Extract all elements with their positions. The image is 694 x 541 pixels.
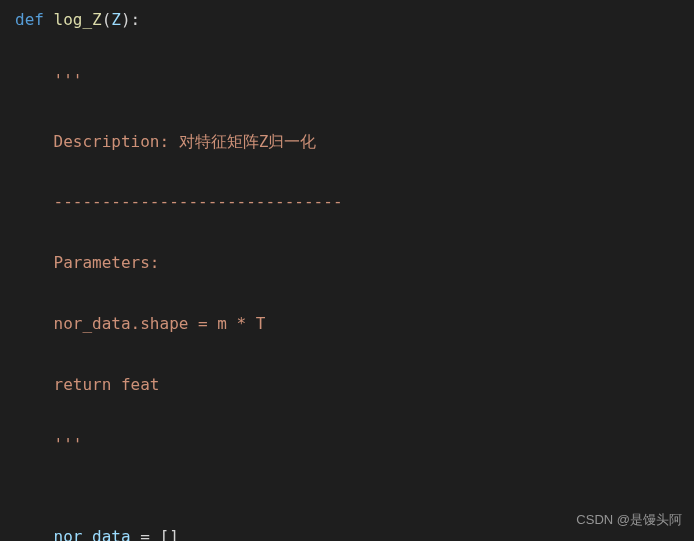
code-block: def log_Z(Z): ''' Description: 对特征矩阵Z归一化… bbox=[15, 5, 694, 541]
docstring-params: Parameters: bbox=[15, 248, 694, 278]
param-z: Z bbox=[111, 10, 121, 29]
assign: = [] bbox=[131, 527, 179, 541]
docstring-close: ''' bbox=[15, 430, 694, 460]
paren-close: ): bbox=[121, 10, 140, 29]
keyword-def: def bbox=[15, 10, 54, 29]
docstring-open: ''' bbox=[15, 66, 694, 96]
code-line-1: def log_Z(Z): bbox=[15, 5, 694, 35]
docstring-return: return feat bbox=[15, 370, 694, 400]
docstring-sep: ------------------------------ bbox=[15, 187, 694, 217]
watermark: CSDN @是馒头阿 bbox=[576, 508, 682, 533]
function-name: log_Z bbox=[54, 10, 102, 29]
paren-open: ( bbox=[102, 10, 112, 29]
docstring-desc: Description: 对特征矩阵Z归一化 bbox=[15, 127, 694, 157]
var-nordata: nor_data bbox=[54, 527, 131, 541]
docstring-line: nor_data.shape = m * T bbox=[15, 309, 694, 339]
indent bbox=[15, 527, 54, 541]
